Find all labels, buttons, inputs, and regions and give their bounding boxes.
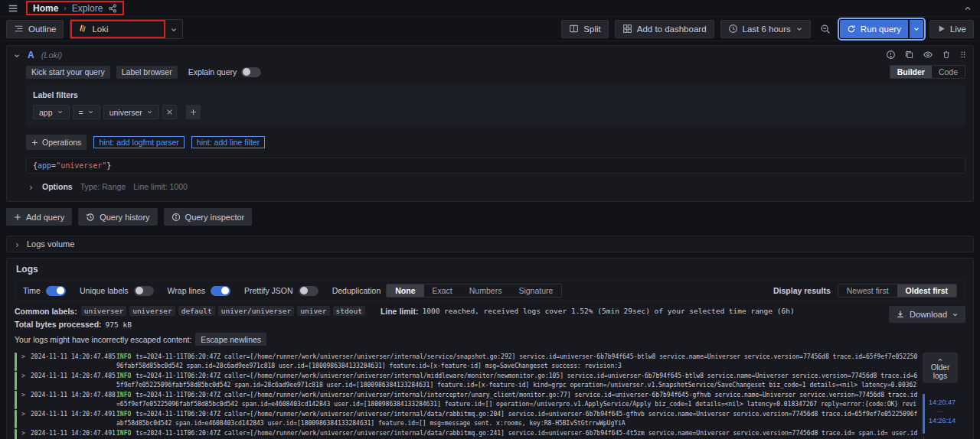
common-label-chip: stdout xyxy=(333,306,365,316)
expand-log-icon[interactable]: > xyxy=(21,410,31,428)
toggle-wrap-lines[interactable] xyxy=(211,286,230,296)
log-navigation-rail: Older logs 14:20:47 — 14:26:14 xyxy=(923,353,965,439)
refresh-icon xyxy=(847,24,856,34)
query-hint-1[interactable]: hint: add line filter xyxy=(191,136,265,148)
log-message: INFOts=2024-11-11T06:20:47Z caller=[/hom… xyxy=(116,353,920,371)
query-ref-id[interactable]: A xyxy=(28,50,34,60)
escape-newlines-button[interactable]: Escape newlines xyxy=(195,333,266,346)
toggle-unique-labels[interactable] xyxy=(134,286,154,296)
sort-order-options: Newest firstOldest first xyxy=(838,284,957,298)
query-editor-panel: A (Loki) Kick start your query Label bro… xyxy=(6,45,974,202)
collapse-query-icon[interactable] xyxy=(13,50,21,59)
query-history-button[interactable]: Query history xyxy=(78,208,157,226)
add-to-dashboard-button[interactable]: Add to dashboard xyxy=(615,20,714,38)
breadcrumb-home[interactable]: Home xyxy=(33,3,58,14)
split-label: Split xyxy=(583,24,600,34)
run-query-button[interactable]: Run query xyxy=(840,20,908,38)
minimap-time-start: 14:20:47 xyxy=(929,398,956,406)
log-message: INFOts=2024-11-11T06:20:47Z caller=[/hom… xyxy=(116,372,920,390)
chevron-up-icon[interactable] xyxy=(963,3,972,13)
log-level-badge: INFO xyxy=(116,353,131,360)
mode-option-code[interactable]: Code xyxy=(932,66,965,78)
zoom-out-button[interactable] xyxy=(817,20,834,38)
logs-volume-section[interactable]: Logs volume xyxy=(6,236,974,252)
filter-label-select[interactable]: app xyxy=(33,105,70,119)
plus-icon xyxy=(190,109,197,115)
escaped-content-warning: Your logs might have incorrectly escaped… xyxy=(15,335,191,344)
time-range-picker[interactable]: Last 6 hours xyxy=(720,20,811,38)
query-hint-0[interactable]: hint: add logfmt parser xyxy=(93,136,184,148)
add-to-dashboard-label: Add to dashboard xyxy=(637,24,707,34)
logs-toggle-control: Wrap lines xyxy=(168,286,230,296)
expand-log-icon[interactable]: > xyxy=(21,429,31,439)
log-row[interactable]: >2024-11-11 14:20:47.485INFOts=2024-11-1… xyxy=(15,353,920,371)
logs-toggles: TimeUnique labelsWrap linesPrettify JSON xyxy=(23,286,318,296)
dedup-option-exact[interactable]: Exact xyxy=(424,285,461,297)
warning-circle-icon[interactable] xyxy=(886,50,896,60)
chevron-right-icon[interactable] xyxy=(28,182,34,191)
remove-filter-button[interactable] xyxy=(162,105,177,119)
minimap-time-end: 14:26:14 xyxy=(929,417,956,424)
log-minimap[interactable]: 14:20:47 — 14:26:14 xyxy=(923,394,965,434)
run-query-dropdown[interactable] xyxy=(910,20,923,38)
log-level-indicator xyxy=(15,372,17,390)
expand-log-icon[interactable]: > xyxy=(21,353,31,371)
label-browser-button[interactable]: Label browser xyxy=(116,66,178,79)
datasource-picker[interactable]: Loki xyxy=(70,19,183,39)
options-toggle[interactable]: Options xyxy=(42,182,73,191)
logs-toggle-control: Time xyxy=(23,286,66,296)
remove-query-trash-icon[interactable] xyxy=(942,50,951,60)
log-row[interactable]: >2024-11-11 14:20:47.488INFOts=2024-11-1… xyxy=(15,391,920,409)
expand-log-icon[interactable]: > xyxy=(21,391,31,409)
common-labels-label: Common labels: xyxy=(15,307,77,316)
kick-start-query-button[interactable]: Kick start your query xyxy=(26,66,110,79)
log-timestamp: 2024-11-11 14:20:47.491 xyxy=(31,429,116,439)
common-label-chip: univer/universer xyxy=(218,306,295,316)
breadcrumb-current[interactable]: Explore xyxy=(72,3,103,14)
log-row[interactable]: >2024-11-11 14:20:47.485INFOts=2024-11-1… xyxy=(15,372,920,390)
builder-code-toggle: BuilderCode xyxy=(890,65,965,79)
split-button[interactable]: Split xyxy=(561,20,608,38)
datasource-picker-value[interactable]: Loki xyxy=(70,20,165,38)
download-button[interactable]: Download xyxy=(889,306,965,323)
filter-value-select[interactable]: universer xyxy=(103,105,159,119)
total-bytes-label: Total bytes processed: xyxy=(15,320,102,329)
explain-query-toggle[interactable] xyxy=(241,67,261,77)
older-logs-button[interactable]: Older logs xyxy=(923,353,958,383)
chevron-down-icon xyxy=(795,25,803,33)
hide-query-eye-icon[interactable] xyxy=(923,50,933,60)
preview-label: app xyxy=(38,161,51,170)
options-type: Type: Range xyxy=(80,182,126,191)
log-row[interactable]: >2024-11-11 14:20:47.491INFOts=2024-11-1… xyxy=(15,429,920,439)
toggle-prettify-json[interactable] xyxy=(299,286,318,296)
mode-option-builder[interactable]: Builder xyxy=(890,66,932,78)
add-filter-button[interactable] xyxy=(186,105,201,119)
dedup-option-signature[interactable]: Signature xyxy=(510,285,561,297)
add-operations-button[interactable]: Operations xyxy=(26,135,87,150)
outline-button[interactable]: Outline xyxy=(6,20,64,38)
common-labels-list: universeruniverserdefaultuniver/universe… xyxy=(81,306,365,316)
expand-log-icon[interactable]: > xyxy=(21,372,31,390)
filter-operator-select[interactable]: = xyxy=(73,105,100,119)
dedup-option-none[interactable]: None xyxy=(387,285,423,297)
info-circle-icon xyxy=(172,213,181,222)
log-rows: >2024-11-11 14:20:47.485INFOts=2024-11-1… xyxy=(15,353,965,439)
sort-option-newest-first[interactable]: Newest first xyxy=(838,285,897,297)
chevron-down-icon[interactable] xyxy=(165,24,182,33)
live-button[interactable]: Live xyxy=(929,20,974,38)
toggle-label-prettify-json: Prettify JSON xyxy=(244,286,293,295)
toggle-time[interactable] xyxy=(46,286,66,296)
query-inspector-button[interactable]: Query inspector xyxy=(164,208,253,226)
add-query-button[interactable]: Add query xyxy=(6,208,72,226)
sort-option-oldest-first[interactable]: Oldest first xyxy=(897,285,956,297)
deduplication-label: Deduplication xyxy=(332,286,381,295)
duplicate-query-icon[interactable] xyxy=(904,50,914,60)
drag-handle-icon[interactable] xyxy=(959,50,967,60)
close-icon xyxy=(166,109,173,115)
share-icon[interactable] xyxy=(108,3,117,13)
add-query-label: Add query xyxy=(26,213,64,222)
log-row[interactable]: >2024-11-11 14:20:47.491INFOts=2024-11-1… xyxy=(15,410,920,428)
menu-toggle-icon[interactable] xyxy=(8,2,18,13)
dedup-option-numbers[interactable]: Numbers xyxy=(461,285,511,297)
download-label: Download xyxy=(910,310,947,319)
